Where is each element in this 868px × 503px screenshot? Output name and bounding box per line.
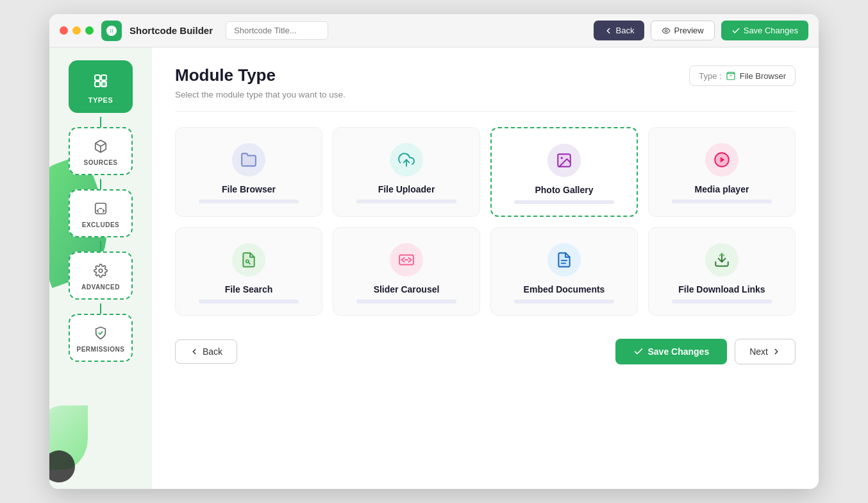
file-uploader-name: File Uploader bbox=[378, 184, 435, 194]
close-button[interactable] bbox=[60, 26, 68, 35]
module-card-file-uploader[interactable]: File Uploader bbox=[333, 127, 480, 217]
slider-carousel-icon bbox=[390, 243, 423, 277]
sidebar-item-excludes[interactable]: EXCLUDES bbox=[69, 189, 133, 237]
advanced-label: ADVANCED bbox=[81, 284, 120, 291]
module-card-file-search[interactable]: File Search bbox=[175, 227, 322, 316]
module-card-media-player[interactable]: Media player bbox=[648, 127, 796, 217]
type-badge-label: Type : bbox=[699, 71, 721, 81]
bottom-back-button[interactable]: Back bbox=[175, 339, 237, 364]
file-download-name: File Download Links bbox=[678, 284, 765, 294]
sidebar-item-sources[interactable]: SOURCES bbox=[69, 127, 133, 175]
media-player-icon bbox=[705, 143, 739, 176]
titlebar-save-button[interactable]: Save Changes bbox=[721, 21, 808, 40]
file-search-name: File Search bbox=[225, 284, 273, 294]
type-badge: Type : File Browser bbox=[689, 65, 796, 86]
content-area: Module Type Type : File Browser Select t… bbox=[152, 47, 819, 489]
content-divider bbox=[175, 111, 796, 112]
svg-rect-4 bbox=[95, 81, 100, 87]
bottom-next-button[interactable]: Next bbox=[735, 339, 796, 364]
file-browser-icon bbox=[232, 143, 265, 176]
file-browser-name: File Browser bbox=[222, 184, 276, 194]
file-uploader-icon bbox=[390, 143, 423, 176]
slider-carousel-name: Slider Carousel bbox=[374, 284, 440, 294]
sidebar-item-permissions[interactable]: PERMISSIONS bbox=[69, 314, 133, 362]
file-download-icon bbox=[705, 243, 739, 277]
app-icon bbox=[101, 21, 122, 41]
connector-1 bbox=[100, 117, 101, 127]
svg-rect-3 bbox=[101, 75, 106, 80]
page-title: Module Type bbox=[175, 65, 276, 85]
content-header: Module Type Type : File Browser bbox=[175, 65, 796, 86]
slider-carousel-bar bbox=[356, 300, 457, 303]
module-card-embed-documents[interactable]: Embed Documents bbox=[490, 227, 638, 316]
sidebar-item-advanced[interactable]: ADVANCED bbox=[69, 252, 133, 300]
sources-label: SOURCES bbox=[84, 159, 118, 166]
svg-point-8 bbox=[99, 269, 103, 273]
bottom-right-actions: Save Changes Next bbox=[615, 339, 796, 364]
file-search-bar bbox=[199, 300, 299, 303]
traffic-lights bbox=[60, 26, 94, 35]
module-card-file-download[interactable]: File Download Links bbox=[648, 227, 796, 316]
titlebar-actions: Back Preview Save Changes bbox=[594, 21, 808, 40]
advanced-icon bbox=[90, 260, 111, 281]
shortcode-title-input[interactable] bbox=[226, 21, 328, 40]
module-card-photo-gallery[interactable]: Photo Gallery bbox=[490, 127, 638, 217]
module-card-slider-carousel[interactable]: Slider Carousel bbox=[333, 227, 480, 316]
bottom-save-button[interactable]: Save Changes bbox=[615, 339, 727, 364]
maximize-button[interactable] bbox=[85, 26, 94, 35]
photo-gallery-bar bbox=[514, 200, 613, 204]
excludes-icon bbox=[90, 198, 111, 219]
preview-button[interactable]: Preview bbox=[651, 21, 714, 40]
app-window: Shortcode Builder Back Preview Save Chan… bbox=[49, 14, 819, 489]
types-label: TYPES bbox=[88, 96, 113, 104]
bottom-bar: Back Save Changes Next bbox=[175, 334, 796, 364]
titlebar: Shortcode Builder Back Preview Save Chan… bbox=[49, 14, 819, 47]
connector-3 bbox=[100, 241, 101, 252]
sidebar: TYPES SOURCES EXCLUDES bbox=[49, 47, 152, 489]
content-subtitle: Select the module type that you want to … bbox=[175, 90, 796, 99]
file-browser-bar bbox=[199, 200, 299, 203]
type-badge-value: File Browser bbox=[740, 71, 786, 81]
module-grid: File Browser File Uploader Photo bbox=[175, 127, 796, 316]
permissions-icon bbox=[90, 323, 111, 343]
app-title: Shortcode Builder bbox=[129, 25, 213, 36]
embed-documents-bar bbox=[514, 300, 615, 303]
main-layout: TYPES SOURCES EXCLUDES bbox=[49, 47, 819, 489]
svg-point-11 bbox=[561, 157, 563, 159]
file-search-icon bbox=[232, 243, 265, 277]
embed-documents-icon bbox=[547, 243, 581, 277]
sources-icon bbox=[90, 136, 111, 157]
connector-4 bbox=[100, 303, 101, 314]
types-icon bbox=[89, 69, 112, 92]
file-uploader-bar bbox=[356, 200, 457, 203]
svg-point-1 bbox=[665, 30, 668, 32]
permissions-label: PERMISSIONS bbox=[77, 346, 125, 353]
module-card-file-browser[interactable]: File Browser bbox=[175, 127, 322, 217]
minimize-button[interactable] bbox=[72, 26, 81, 35]
svg-rect-2 bbox=[95, 75, 100, 80]
embed-documents-name: Embed Documents bbox=[524, 284, 605, 294]
connector-2 bbox=[100, 179, 101, 189]
titlebar-back-button[interactable]: Back bbox=[594, 21, 645, 40]
media-player-bar bbox=[672, 200, 772, 203]
photo-gallery-name: Photo Gallery bbox=[535, 185, 593, 195]
excludes-label: EXCLUDES bbox=[82, 221, 119, 228]
sidebar-item-types[interactable]: TYPES bbox=[69, 60, 133, 113]
media-player-name: Media player bbox=[695, 184, 749, 194]
photo-gallery-icon bbox=[547, 144, 581, 177]
file-download-bar bbox=[672, 300, 772, 303]
